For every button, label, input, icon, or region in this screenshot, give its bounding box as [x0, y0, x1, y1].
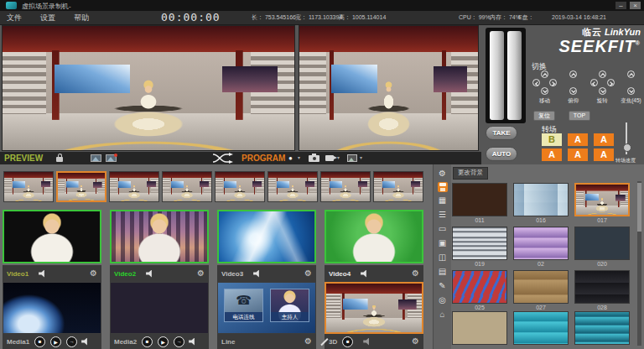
speed-slider-knob[interactable]: [623, 143, 631, 152]
effects-icon[interactable]: ▦: [436, 195, 449, 206]
menu-file[interactable]: 文件: [7, 11, 22, 24]
scene-thumbnail[interactable]: [452, 183, 507, 216]
transition-a1-button[interactable]: A: [568, 133, 588, 146]
lock-icon[interactable]: [56, 157, 63, 162]
settings-icon[interactable]: ⚙: [436, 168, 449, 180]
gear-icon[interactable]: ⚙: [90, 265, 97, 282]
transition-speed-slider[interactable]: [626, 122, 627, 154]
panel-icon[interactable]: ▣: [436, 237, 449, 249]
next-button[interactable]: →: [66, 336, 77, 347]
next-button[interactable]: →: [174, 336, 184, 347]
scene-item[interactable]: [574, 311, 630, 349]
videocam-icon[interactable]: [325, 155, 334, 161]
menu-help[interactable]: 帮助: [74, 11, 89, 24]
camera-preset-8[interactable]: [373, 171, 423, 202]
close-button[interactable]: ×: [630, 2, 641, 9]
scene-thumbnail[interactable]: [574, 183, 630, 216]
record-caret-icon[interactable]: ▾: [298, 152, 300, 164]
gear-icon[interactable]: ⚙: [412, 265, 419, 282]
scene-thumbnail[interactable]: [574, 270, 630, 304]
stop-button[interactable]: ■: [34, 336, 45, 347]
zoom-out-button[interactable]: [627, 87, 635, 95]
play-button[interactable]: ▶: [158, 336, 169, 347]
line-thumbnail[interactable]: ☎ 电话连线 主持人: [217, 282, 316, 334]
speaker-icon[interactable]: [81, 338, 89, 346]
scene-item[interactable]: 025: [452, 270, 507, 311]
fader-handle-left[interactable]: [490, 31, 504, 120]
move-left-button[interactable]: [532, 79, 540, 86]
take-button[interactable]: TAKE: [486, 126, 517, 140]
transition-a3-button[interactable]: A: [542, 148, 562, 161]
scene-thumbnail[interactable]: [513, 270, 569, 304]
scene-thumbnail[interactable]: [513, 311, 569, 345]
record-icon[interactable]: ●: [288, 152, 293, 164]
move-right-button[interactable]: [549, 79, 557, 86]
image-caret-icon[interactable]: ▾: [360, 152, 362, 164]
scene-item[interactable]: 028: [574, 270, 630, 311]
move-down-button[interactable]: [541, 87, 548, 95]
transition-a2-button[interactable]: A: [594, 133, 614, 146]
columns-icon[interactable]: ◫: [436, 252, 449, 263]
t-bar-fader[interactable]: [486, 28, 526, 123]
scene-item[interactable]: 020: [574, 227, 630, 268]
camera-preset-4[interactable]: [162, 171, 212, 202]
scene-item[interactable]: [452, 311, 507, 349]
video3-thumbnail[interactable]: [217, 210, 316, 263]
scene-thumbnail[interactable]: [452, 270, 507, 304]
scene-item[interactable]: 02: [513, 227, 569, 268]
rotate-up-button[interactable]: [599, 70, 606, 78]
camera-preset-3[interactable]: [109, 171, 159, 202]
camera-preset-6[interactable]: [267, 171, 318, 202]
phone-line-button[interactable]: ☎ 电话连线: [224, 289, 263, 322]
gear-icon[interactable]: ⚙: [197, 265, 205, 282]
overlay-image-icon[interactable]: [91, 154, 101, 162]
rotate-down-button[interactable]: [599, 87, 606, 95]
rows-icon[interactable]: ▤: [436, 266, 449, 278]
playlist-icon[interactable]: ☰: [436, 209, 449, 221]
move-up-button[interactable]: [541, 70, 548, 78]
video4-thumbnail[interactable]: [325, 210, 423, 263]
target-icon[interactable]: ◎: [436, 294, 449, 306]
edit-icon[interactable]: ✎: [436, 280, 449, 292]
pitch-up-button[interactable]: [569, 70, 577, 78]
camera-preset-2-selected[interactable]: [56, 171, 106, 202]
video1-thumbnail[interactable]: [3, 210, 101, 263]
video2-thumbnail[interactable]: [110, 210, 209, 263]
image-output-icon[interactable]: [347, 154, 357, 162]
camera-preset-5[interactable]: [215, 171, 265, 202]
fader-handle-right[interactable]: [507, 31, 522, 120]
scene3d-thumbnail[interactable]: [325, 282, 423, 334]
speaker-icon[interactable]: [39, 270, 46, 278]
host-button[interactable]: 主持人: [270, 289, 309, 322]
media1-thumbnail[interactable]: [3, 282, 101, 334]
scene-scrollbar[interactable]: [637, 181, 641, 346]
scene-thumbnail[interactable]: [513, 227, 569, 260]
rotate-right-button[interactable]: [607, 79, 615, 86]
pitch-down-button[interactable]: [569, 87, 577, 95]
menu-settings[interactable]: 设置: [40, 11, 55, 24]
speaker-muted-icon[interactable]: [363, 338, 371, 346]
gear-icon[interactable]: ⚙: [304, 265, 312, 282]
auto-button[interactable]: AUTO: [486, 147, 517, 161]
rotate-left-button[interactable]: [590, 79, 598, 86]
scene-item[interactable]: 011: [452, 183, 507, 224]
scene-item[interactable]: 019: [452, 227, 507, 268]
minimize-button[interactable]: –: [615, 2, 626, 9]
snapshot-camera-icon[interactable]: [309, 155, 319, 162]
stop-button[interactable]: ■: [342, 336, 353, 347]
save-icon-active[interactable]: [438, 182, 448, 192]
scene-item[interactable]: 027: [513, 270, 569, 311]
overlay-image-marked-icon[interactable]: [106, 154, 117, 162]
scene-item-selected[interactable]: 017: [574, 183, 630, 224]
camera-preset-7[interactable]: [320, 171, 371, 202]
camera-preset-1[interactable]: [3, 171, 54, 202]
scene-item[interactable]: 016: [513, 183, 569, 224]
change-background-tab[interactable]: 更改背景: [453, 167, 488, 180]
transition-b-button[interactable]: B: [542, 133, 562, 146]
transition-a4-button[interactable]: A: [568, 148, 588, 161]
stop-button[interactable]: ■: [142, 336, 153, 347]
speaker-icon[interactable]: [253, 270, 261, 278]
home-icon[interactable]: ⌂: [436, 309, 449, 320]
scene-scrollbar-thumb[interactable]: [637, 183, 641, 232]
gear-icon[interactable]: ⚙: [304, 333, 312, 349]
